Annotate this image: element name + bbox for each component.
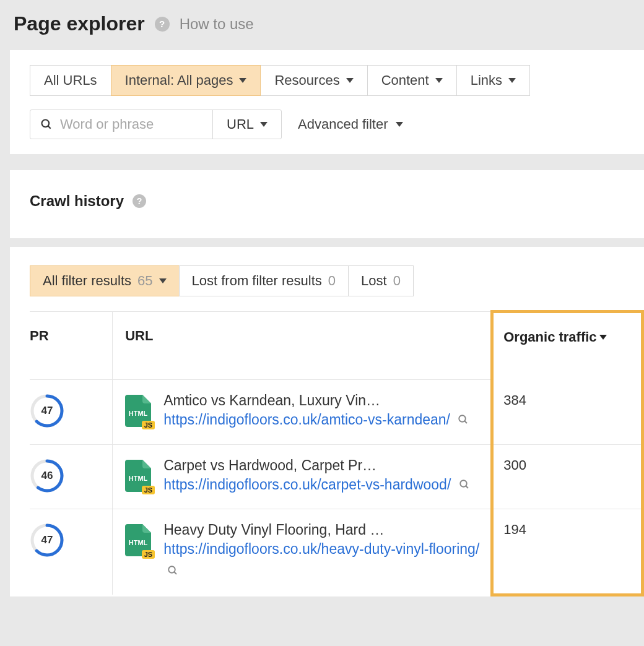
page-title-text: Heavy Duty Vinyl Flooring, Hard … (163, 522, 461, 538)
svg-line-16 (174, 572, 176, 574)
pill-count: 0 (393, 273, 401, 289)
chevron-down-icon (435, 78, 443, 83)
svg-text:HTML: HTML (129, 539, 148, 546)
pill-lost[interactable]: Lost 0 (348, 265, 414, 296)
pr-ring: 47 (30, 523, 64, 558)
js-badge: JS (142, 550, 155, 559)
svg-text:HTML: HTML (129, 475, 148, 482)
pill-label: Lost (361, 273, 387, 289)
svg-line-11 (466, 486, 468, 488)
chevron-down-icon (346, 78, 354, 83)
page-url-link[interactable]: https://indigofloors.co.uk/amtico-vs-kar… (163, 409, 490, 431)
search-input[interactable] (60, 116, 202, 132)
crawl-history-panel: Crawl history ? (10, 170, 644, 238)
svg-line-1 (48, 126, 51, 129)
col-header-organic-traffic[interactable]: Organic traffic (492, 312, 643, 380)
tab-resources[interactable]: Resources (260, 65, 367, 96)
chevron-down-icon (159, 278, 167, 283)
tab-label: Content (381, 72, 429, 88)
search-icon[interactable] (459, 479, 470, 490)
search-icon[interactable] (167, 565, 178, 576)
cell-pr: 47 (30, 509, 113, 595)
table-row: 46HTMLJSCarpet vs Hardwood, Carpet Pr…ht… (30, 444, 643, 509)
svg-line-6 (465, 421, 468, 423)
svg-point-5 (459, 415, 466, 422)
crawl-history-title: Crawl history ? (30, 192, 146, 210)
tab-links[interactable]: Links (456, 65, 530, 96)
category-tabs: All URLs Internal: All pages Resources C… (30, 65, 644, 96)
pr-ring: 47 (30, 394, 64, 428)
search-box (30, 110, 212, 139)
cell-pr: 46 (30, 444, 113, 509)
how-to-use-link[interactable]: How to use (180, 15, 254, 33)
cell-url: HTMLJSHeavy Duty Vinyl Flooring, Hard …h… (113, 509, 492, 595)
table-row: 47HTMLJSAmtico vs Karndean, Luxury Vin…h… (30, 380, 643, 445)
chevron-down-icon (239, 78, 246, 83)
pill-count: 0 (328, 273, 336, 289)
pr-value: 47 (30, 523, 64, 558)
select-label: URL (227, 116, 254, 132)
html-file-icon: HTMLJS (125, 460, 151, 492)
pill-label: All filter results (43, 273, 131, 289)
col-header-url[interactable]: URL (113, 312, 492, 380)
sort-desc-icon (599, 335, 607, 340)
chevron-down-icon (508, 78, 516, 83)
results-panel: All filter results 65 Lost from filter r… (10, 247, 644, 596)
tab-all-urls[interactable]: All URLs (30, 65, 111, 96)
col-header-pr[interactable]: PR (30, 312, 113, 380)
js-badge: JS (142, 421, 155, 429)
tab-label: Internal: All pages (125, 72, 233, 88)
search-icon[interactable] (458, 414, 469, 425)
chevron-down-icon (396, 122, 403, 127)
html-file-icon: HTMLJS (125, 524, 151, 556)
help-icon[interactable]: ? (133, 194, 146, 208)
table-row: 47HTMLJSHeavy Duty Vinyl Flooring, Hard … (30, 509, 643, 595)
tab-content[interactable]: Content (367, 65, 457, 96)
page-url-link[interactable]: https://indigofloors.co.uk/carpet-vs-har… (163, 474, 490, 496)
pr-value: 47 (30, 394, 64, 428)
cell-pr: 47 (30, 380, 113, 445)
tab-label: Links (471, 72, 502, 88)
crawl-history-label: Crawl history (30, 192, 124, 210)
page-title-text: Carpet vs Hardwood, Carpet Pr… (163, 457, 461, 474)
cell-url: HTMLJSCarpet vs Hardwood, Carpet Pr…http… (113, 444, 492, 509)
tab-internal[interactable]: Internal: All pages (111, 65, 261, 96)
cell-url: HTMLJSAmtico vs Karndean, Luxury Vin…htt… (113, 380, 492, 445)
cell-organic-traffic: 300 (492, 444, 643, 509)
svg-point-0 (42, 120, 50, 127)
cell-organic-traffic: 384 (492, 380, 643, 445)
pill-all-results[interactable]: All filter results 65 (30, 265, 180, 296)
svg-point-10 (460, 480, 467, 487)
js-badge: JS (142, 486, 155, 494)
advanced-filter[interactable]: Advanced filter (298, 116, 403, 132)
results-table: PR URL Organic traffic 47HTMLJSAmtico vs… (30, 310, 644, 596)
pill-lost-filter[interactable]: Lost from filter results 0 (179, 265, 349, 296)
search-group: URL (30, 110, 282, 139)
page-title-text: Amtico vs Karndean, Luxury Vin… (163, 392, 461, 409)
help-icon[interactable]: ? (155, 17, 170, 32)
page-header: Page explorer ? How to use (0, 0, 644, 50)
pr-value: 46 (30, 459, 64, 493)
tab-label: All URLs (44, 72, 97, 88)
cell-organic-traffic: 194 (492, 509, 643, 595)
filter-panel: All URLs Internal: All pages Resources C… (10, 50, 644, 154)
pr-ring: 46 (30, 459, 64, 493)
page-title: Page explorer (14, 12, 145, 35)
svg-point-15 (168, 566, 175, 573)
page-url-link[interactable]: https://indigofloors.co.uk/heavy-duty-vi… (163, 538, 490, 581)
svg-text:HTML: HTML (129, 410, 148, 417)
pill-label: Lost from filter results (192, 273, 322, 289)
html-file-icon: HTMLJS (125, 395, 151, 427)
advanced-filter-label: Advanced filter (298, 116, 388, 132)
chevron-down-icon (260, 122, 268, 127)
tab-label: Resources (274, 72, 339, 88)
search-icon (40, 118, 53, 131)
search-field-select[interactable]: URL (212, 110, 281, 139)
pill-count: 65 (137, 273, 152, 289)
results-pills: All filter results 65 Lost from filter r… (30, 265, 644, 296)
search-row: URL Advanced filter (30, 110, 644, 139)
